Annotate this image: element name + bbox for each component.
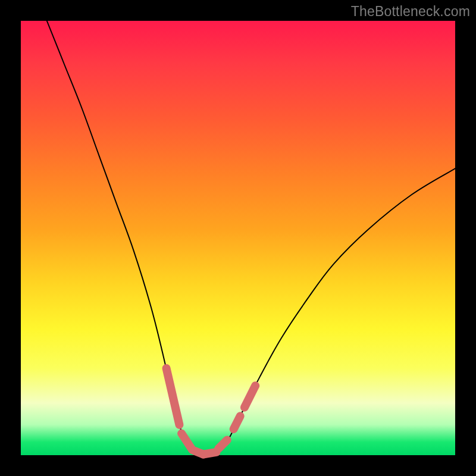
- highlight-segment: [181, 434, 192, 450]
- highlight-segment: [167, 368, 180, 425]
- watermark-text: TheBottleneck.com: [351, 4, 470, 20]
- highlight-segment: [218, 440, 227, 449]
- curve-overlay: [21, 21, 455, 455]
- highlight-segment: [245, 386, 255, 408]
- plot-area: [21, 21, 455, 455]
- highlight-segment: [203, 452, 217, 455]
- chart-frame: TheBottleneck.com: [0, 0, 476, 476]
- highlight-segment: [234, 416, 240, 429]
